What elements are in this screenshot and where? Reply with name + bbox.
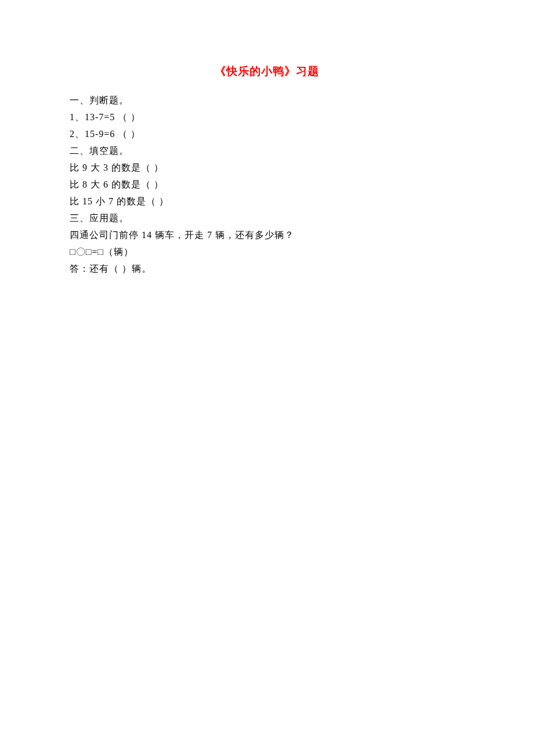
fill-blank-question-2: 比 8 大 6 的数是（ ） bbox=[70, 176, 464, 193]
word-problem-answer: 答：还有（ ）辆。 bbox=[70, 260, 464, 277]
section-2-heading: 二、填空题。 bbox=[70, 142, 464, 159]
section-3-heading: 三、应用题。 bbox=[70, 210, 464, 226]
judgment-question-2: 2、15-9=6 （ ） bbox=[70, 125, 464, 142]
judgment-question-1: 1、13-7=5 （ ） bbox=[70, 109, 464, 125]
fill-blank-question-1: 比 9 大 3 的数是（ ） bbox=[70, 159, 464, 176]
word-problem-text: 四通公司门前停 14 辆车，开走 7 辆，还有多少辆？ bbox=[70, 226, 464, 243]
document-title: 《快乐的小鸭》习题 bbox=[70, 64, 464, 79]
section-1-heading: 一、判断题。 bbox=[70, 92, 464, 109]
word-problem-expression: □〇□=□（辆） bbox=[70, 243, 464, 260]
fill-blank-question-3: 比 15 小 7 的数是（ ） bbox=[70, 193, 464, 210]
